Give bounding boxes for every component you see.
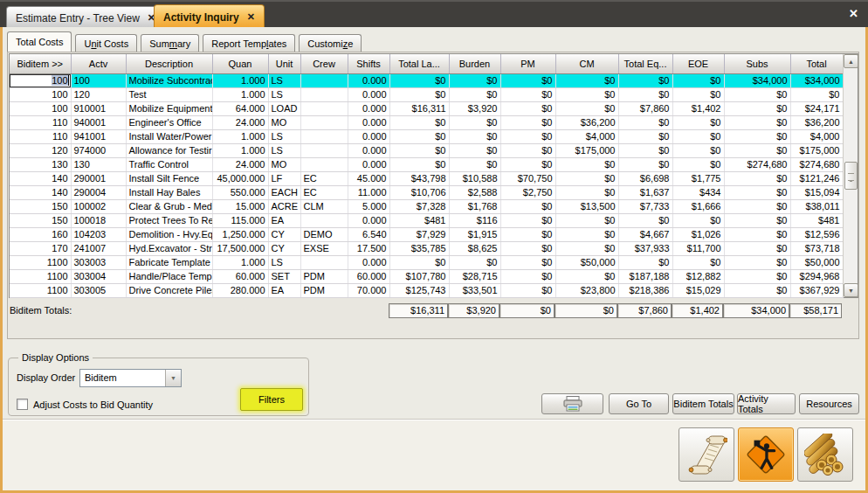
cell-description[interactable]: Install Hay Bales — [126, 185, 212, 199]
estimate-scroll-button[interactable] — [679, 427, 734, 482]
subtab-total-costs[interactable]: Total Costs — [7, 31, 72, 52]
cell-biditem[interactable]: 140 — [10, 185, 71, 199]
cell-cm[interactable]: $0 — [555, 157, 618, 171]
column-header-crew[interactable]: Crew — [300, 54, 348, 73]
cell-total_equip[interactable]: $187,188 — [618, 269, 672, 283]
cell-cm[interactable]: $0 — [555, 87, 618, 101]
cell-pm[interactable]: $0 — [500, 143, 555, 157]
cell-subs[interactable]: $0 — [724, 283, 790, 297]
cell-crew[interactable] — [300, 213, 348, 227]
table-row[interactable]: 140290004Install Hay Bales550.000EACHEC1… — [10, 185, 843, 199]
cell-actv[interactable]: 120 — [71, 87, 126, 101]
subtab-customize[interactable]: Customize — [299, 34, 362, 52]
column-header-subs[interactable]: Subs — [724, 54, 790, 73]
cell-actv[interactable]: 290001 — [71, 171, 126, 185]
cell-actv[interactable]: 940001 — [71, 115, 126, 129]
cell-actv[interactable]: 104203 — [71, 227, 126, 241]
cell-actv[interactable]: 303003 — [71, 255, 126, 269]
biditem-totals-button[interactable]: Biditem Totals — [672, 393, 734, 414]
cell-shifts[interactable]: 70.000 — [348, 283, 389, 297]
cell-actv[interactable]: 974000 — [71, 143, 126, 157]
cell-actv[interactable]: 130 — [71, 157, 126, 171]
cell-burden[interactable]: $2,588 — [449, 185, 500, 199]
cell-unit[interactable]: LS — [268, 255, 300, 269]
cell-eoe[interactable]: $0 — [672, 115, 724, 129]
cell-crew[interactable]: PDM — [300, 283, 348, 297]
cell-pm[interactable]: $0 — [500, 115, 555, 129]
cell-total_labor[interactable]: $0 — [389, 115, 449, 129]
cell-total_labor[interactable]: $0 — [389, 157, 449, 171]
table-row[interactable]: 110940001Engineer's Office24.000MO0.000$… — [10, 115, 843, 129]
cell-subs[interactable]: $0 — [724, 87, 790, 101]
cell-subs[interactable]: $0 — [724, 171, 790, 185]
print-button[interactable] — [541, 393, 603, 414]
column-header-burden[interactable]: Burden — [449, 54, 500, 73]
cell-pm[interactable]: $0 — [500, 213, 555, 227]
cell-quan[interactable]: 1.000 — [212, 87, 268, 101]
cell-unit[interactable]: CY — [268, 241, 300, 255]
cell-total_labor[interactable]: $43,798 — [389, 171, 449, 185]
cell-unit[interactable]: ACRE — [268, 199, 300, 213]
cell-total_equip[interactable]: $0 — [618, 143, 672, 157]
cell-biditem[interactable]: 130 — [10, 157, 71, 171]
cell-actv[interactable]: 303005 — [71, 283, 126, 297]
cell-pm[interactable]: $0 — [500, 101, 555, 115]
cell-actv[interactable]: 941001 — [71, 129, 126, 143]
cell-quan[interactable]: 45,000.000 — [212, 171, 268, 185]
table-row[interactable]: 100100Mobilize Subcontrac1.000LS0.000$0$… — [10, 73, 843, 87]
cell-biditem[interactable]: 170 — [10, 241, 71, 255]
cell-quan[interactable]: 60.000 — [212, 269, 268, 283]
cell-description[interactable]: Traffic Control — [126, 157, 212, 171]
cell-subs[interactable]: $0 — [724, 185, 790, 199]
cell-shifts[interactable]: 6.540 — [348, 227, 389, 241]
cell-total_equip[interactable]: $0 — [618, 73, 672, 87]
cell-eoe[interactable]: $0 — [672, 87, 724, 101]
cell-total_equip[interactable]: $218,386 — [618, 283, 672, 297]
cell-shifts[interactable]: 0.000 — [348, 255, 389, 269]
table-row[interactable]: 140290001Install Silt Fence45,000.000LFE… — [10, 171, 843, 185]
cell-biditem[interactable]: 100 — [10, 87, 71, 101]
cell-crew[interactable] — [300, 157, 348, 171]
cell-unit[interactable]: SET — [268, 269, 300, 283]
cell-crew[interactable]: EC — [300, 171, 348, 185]
cell-quan[interactable]: 64.000 — [212, 101, 268, 115]
cell-burden[interactable]: $1,915 — [449, 227, 500, 241]
cell-total[interactable]: $4,000 — [790, 129, 843, 143]
table-row[interactable]: 160104203Demolition - Hvy.Eq1,250.000CYD… — [10, 227, 843, 241]
cell-total_labor[interactable]: $0 — [389, 73, 449, 87]
cell-shifts[interactable]: 0.000 — [348, 143, 389, 157]
cell-quan[interactable]: 17,500.000 — [212, 241, 268, 255]
cell-biditem[interactable]: 140 — [10, 171, 71, 185]
cell-total_labor[interactable]: $7,328 — [389, 199, 449, 213]
cell-quan[interactable]: 550.000 — [212, 185, 268, 199]
cell-total_labor[interactable]: $0 — [389, 87, 449, 101]
table-row[interactable]: 110941001Install Water/Power1.000LS0.000… — [10, 129, 843, 143]
subtab-summary[interactable]: Summary — [141, 34, 199, 52]
cell-shifts[interactable]: 0.000 — [348, 101, 389, 115]
cell-biditem[interactable]: 100 — [10, 73, 71, 87]
cell-subs[interactable]: $0 — [724, 213, 790, 227]
cell-subs[interactable]: $0 — [724, 101, 790, 115]
cell-total_labor[interactable]: $16,311 — [389, 101, 449, 115]
cell-total_labor[interactable]: $0 — [389, 143, 449, 157]
cell-cm[interactable]: $4,000 — [555, 129, 618, 143]
cell-subs[interactable]: $0 — [724, 115, 790, 129]
chevron-down-icon[interactable]: ▼ — [165, 370, 181, 386]
cell-quan[interactable]: 1.000 — [212, 255, 268, 269]
cell-cm[interactable]: $0 — [555, 213, 618, 227]
cell-subs[interactable]: $0 — [724, 241, 790, 255]
cell-description[interactable]: Hyd.Excavator - Str — [126, 241, 212, 255]
cell-shifts[interactable]: 5.000 — [348, 199, 389, 213]
cell-burden[interactable]: $0 — [449, 143, 500, 157]
cell-biditem[interactable]: 1100 — [10, 269, 71, 283]
cell-total_equip[interactable]: $0 — [618, 213, 672, 227]
cell-total[interactable]: $121,246 — [790, 171, 843, 185]
cell-unit[interactable]: LF — [268, 171, 300, 185]
cell-biditem[interactable]: 110 — [10, 115, 71, 129]
table-row[interactable]: 170241007Hyd.Excavator - Str17,500.000CY… — [10, 241, 843, 255]
cell-total_labor[interactable]: $7,929 — [389, 227, 449, 241]
cell-total_equip[interactable]: $4,667 — [618, 227, 672, 241]
scroll-down-icon[interactable]: ▼ — [844, 283, 858, 297]
cell-biditem[interactable]: 150 — [10, 213, 71, 227]
column-header-quan[interactable]: Quan — [212, 54, 268, 73]
